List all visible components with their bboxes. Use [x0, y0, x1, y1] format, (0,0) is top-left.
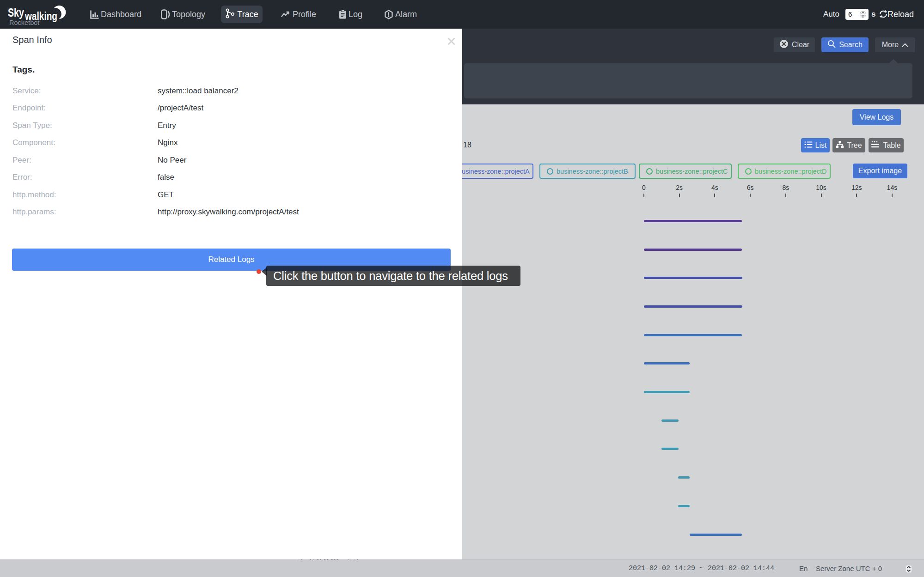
svg-text:Rocketbot: Rocketbot [9, 19, 39, 26]
svg-text:Sky: Sky [8, 6, 24, 19]
